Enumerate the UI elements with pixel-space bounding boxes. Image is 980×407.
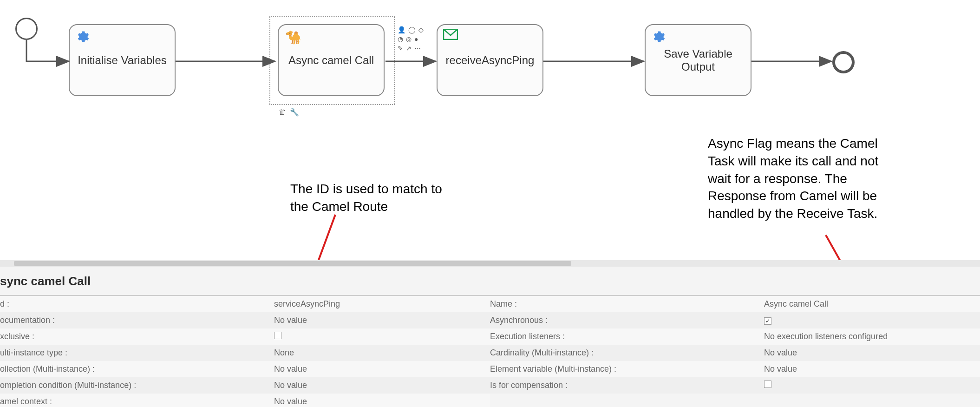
more-icon[interactable]: ⋯ (414, 45, 421, 52)
task-label: Save Variable Output (650, 47, 746, 73)
property-value[interactable]: serviceAsyncPing (274, 299, 490, 309)
task-label: Initialise Variables (78, 54, 167, 67)
horizontal-scrollbar[interactable] (0, 260, 980, 267)
pencil-icon[interactable]: ✎ (398, 45, 403, 52)
property-value[interactable]: None (274, 348, 490, 358)
ring-icon[interactable]: ◎ (406, 35, 412, 43)
property-label: ulti-instance type : (0, 348, 274, 358)
property-row[interactable]: ulti-instance type :None (0, 345, 490, 361)
property-row[interactable]: Cardinality (Multi-instance) :No value (490, 345, 980, 361)
end-event[interactable] (832, 51, 855, 73)
property-row[interactable]: amel context :No value (0, 394, 490, 407)
property-row[interactable]: Asynchronous :✓ (490, 312, 980, 328)
property-label: Execution listeners : (490, 332, 764, 341)
property-row[interactable]: d :serviceAsyncPing (0, 296, 490, 312)
task-label: Async camel Call (288, 54, 374, 67)
user-icon[interactable]: 👤 (398, 26, 405, 33)
context-bottom-tools[interactable]: 🗑 🔧 (279, 108, 299, 117)
annotation-async-note: Async Flag means the Camel Task will mak… (708, 135, 903, 223)
property-value[interactable] (274, 332, 490, 341)
property-row[interactable]: Element variable (Multi-instance) :No va… (490, 361, 980, 377)
property-row[interactable]: Name :Async camel Call (490, 296, 980, 312)
property-label: ollection (Multi-instance) : (0, 364, 274, 374)
property-label: ocumentation : (0, 315, 274, 325)
envelope-icon (443, 29, 458, 43)
panel-title: sync camel Call (0, 267, 980, 296)
task-label: receiveAsyncPing (446, 54, 535, 67)
properties-panel: sync camel Call d :serviceAsyncPingocume… (0, 260, 980, 407)
property-value[interactable]: Async camel Call (764, 299, 980, 309)
dot-icon[interactable]: ● (414, 35, 418, 43)
property-row[interactable]: Is for compensation : (490, 377, 980, 394)
task-receive-async-ping[interactable]: receiveAsyncPing (437, 24, 543, 96)
property-label: Name : (490, 299, 764, 309)
property-value[interactable]: No value (274, 397, 490, 407)
property-value[interactable]: No execution listeners configured (764, 332, 980, 341)
property-label: Asynchronous : (490, 315, 764, 325)
props-left-column: d :serviceAsyncPingocumentation :No valu… (0, 296, 490, 407)
property-value[interactable]: No value (764, 364, 980, 374)
property-label: d : (0, 299, 274, 309)
property-value[interactable]: No value (274, 315, 490, 325)
start-event[interactable] (15, 18, 38, 40)
scrollbar-thumb[interactable] (14, 261, 571, 266)
property-label: ompletion condition (Multi-instance) : (0, 381, 274, 390)
task-initialise-variables[interactable]: Initialise Variables (69, 24, 176, 96)
gear-icon (75, 30, 89, 46)
property-label: Is for compensation : (490, 381, 764, 390)
gear-icon (651, 30, 665, 46)
property-row[interactable]: xclusive : (0, 328, 490, 345)
trash-icon[interactable]: 🗑 (279, 108, 286, 117)
property-row[interactable]: Execution listeners :No execution listen… (490, 328, 980, 345)
property-value[interactable]: No value (274, 364, 490, 374)
annotation-id-note: The ID is used to match to the Camel Rou… (290, 180, 448, 216)
wrench-icon[interactable]: 🔧 (290, 108, 299, 117)
property-value[interactable]: No value (764, 348, 980, 358)
task-async-camel-call-selected[interactable]: 🐪 Async camel Call (269, 16, 395, 105)
task-save-variable-output[interactable]: Save Variable Output (645, 24, 751, 96)
props-right-column: Name :Async camel CallAsynchronous :✓Exe… (490, 296, 980, 407)
circle-icon[interactable]: ◯ (408, 26, 416, 33)
property-value[interactable]: ✓ (764, 315, 980, 325)
property-row[interactable]: ompletion condition (Multi-instance) :No… (0, 377, 490, 394)
arrow-icon[interactable]: ↗ (406, 45, 412, 52)
property-label: Element variable (Multi-instance) : (490, 364, 764, 374)
property-value[interactable] (764, 381, 980, 390)
context-toolbar[interactable]: 👤 ◯ ◇ ◔ ◎ ● ✎ ↗ ⋯ (398, 26, 424, 52)
property-row[interactable]: ollection (Multi-instance) :No value (0, 361, 490, 377)
property-value[interactable]: No value (274, 381, 490, 390)
property-label: Cardinality (Multi-instance) : (490, 348, 764, 358)
clock-icon[interactable]: ◔ (398, 35, 403, 43)
diamond-icon[interactable]: ◇ (418, 26, 424, 33)
checkbox[interactable] (764, 381, 771, 388)
property-label: xclusive : (0, 332, 274, 341)
property-row[interactable]: ocumentation :No value (0, 312, 490, 328)
checkbox[interactable]: ✓ (764, 317, 771, 325)
checkbox[interactable] (274, 332, 281, 339)
property-label: amel context : (0, 397, 274, 407)
camel-icon: 🐪 (285, 30, 301, 45)
